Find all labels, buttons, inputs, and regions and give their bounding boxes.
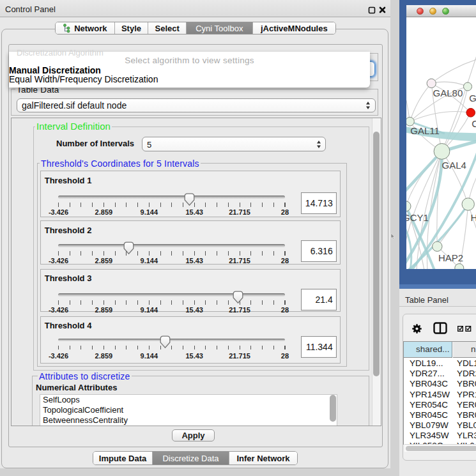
svg-text:HAP2: HAP2	[438, 252, 463, 263]
svg-text:GAL11: GAL11	[410, 125, 440, 136]
svg-text:CYC8: CYC8	[472, 118, 476, 129]
svg-text:HAP1: HAP1	[470, 212, 476, 223]
svg-text:GAL80: GAL80	[469, 93, 476, 104]
svg-text:GAL4: GAL4	[441, 160, 466, 171]
svg-text:GCY1: GCY1	[406, 212, 429, 223]
svg-text:GAL80: GAL80	[433, 88, 463, 98]
